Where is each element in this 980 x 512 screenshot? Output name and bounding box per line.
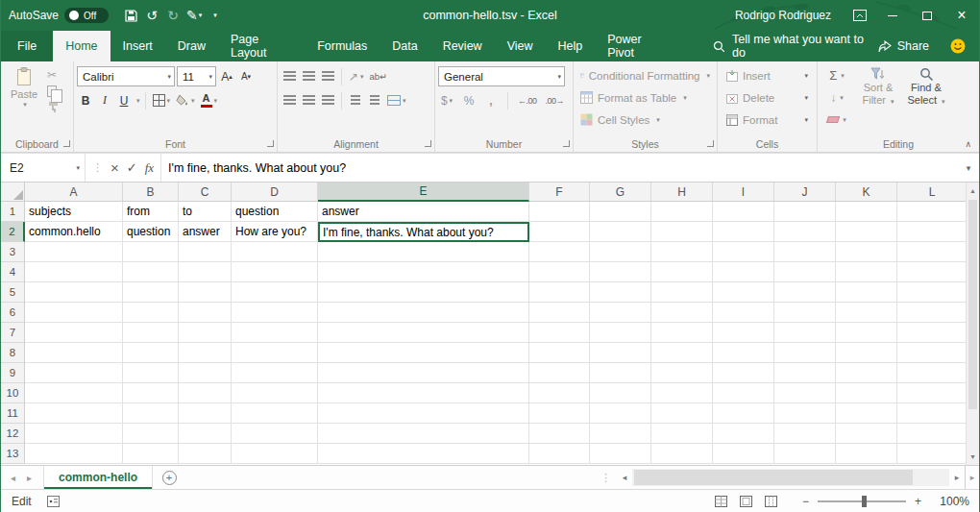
- tab-data[interactable]: Data: [380, 31, 429, 61]
- cell-B12[interactable]: [123, 424, 179, 444]
- row-header-13[interactable]: 13: [1, 444, 25, 464]
- column-header-F[interactable]: F: [529, 183, 590, 202]
- fill-color-button[interactable]: ▾: [174, 91, 197, 110]
- clipboard-dialog-launcher[interactable]: [63, 140, 70, 147]
- row-header-8[interactable]: 8: [1, 343, 25, 363]
- cell-C5[interactable]: [179, 282, 232, 303]
- delete-cells-button[interactable]: Delete ▾: [721, 86, 814, 109]
- cell-K5[interactable]: [836, 282, 897, 303]
- cell-F10[interactable]: [529, 383, 590, 403]
- cell-G5[interactable]: [590, 282, 651, 303]
- cell-I3[interactable]: [713, 242, 774, 262]
- cell-F4[interactable]: [529, 262, 590, 282]
- cell-I4[interactable]: [713, 262, 774, 282]
- row-header-5[interactable]: 5: [1, 282, 25, 303]
- cell-H3[interactable]: [651, 242, 713, 262]
- number-dialog-launcher[interactable]: [563, 140, 570, 147]
- cell-B11[interactable]: [123, 403, 179, 424]
- align-center-button[interactable]: [300, 91, 317, 110]
- cell-L13[interactable]: [897, 444, 966, 464]
- formula-input[interactable]: I'm fine, thanks. What about you?: [161, 154, 958, 182]
- cell-J12[interactable]: [774, 424, 836, 444]
- column-header-K[interactable]: K: [836, 183, 897, 202]
- cell-J9[interactable]: [774, 363, 836, 383]
- tab-formulas[interactable]: Formulas: [305, 31, 380, 61]
- cell-B3[interactable]: [123, 242, 179, 262]
- cell-C3[interactable]: [179, 242, 232, 262]
- cell-D7[interactable]: [232, 323, 318, 343]
- conditional-formatting-button[interactable]: Conditional Formatting ▾: [576, 64, 714, 86]
- cell-F1[interactable]: [529, 202, 590, 222]
- cell-A12[interactable]: [25, 424, 123, 444]
- decrease-decimal-button[interactable]: .00→: [544, 91, 567, 110]
- cell-B7[interactable]: [123, 323, 179, 343]
- close-button[interactable]: ×: [944, 0, 979, 31]
- previous-sheet-button[interactable]: ◂: [11, 473, 15, 483]
- cell-H7[interactable]: [651, 323, 713, 343]
- cell-A9[interactable]: [25, 363, 123, 383]
- decrease-font-size-button[interactable]: A▾: [237, 67, 255, 86]
- cell-L6[interactable]: [897, 303, 966, 323]
- cell-K9[interactable]: [836, 363, 897, 383]
- insert-function-button[interactable]: fx: [145, 160, 154, 176]
- accounting-format-button[interactable]: $▾: [438, 91, 455, 110]
- row-header-7[interactable]: 7: [1, 323, 25, 343]
- row-header-3[interactable]: 3: [1, 242, 25, 262]
- cell-E6[interactable]: [318, 303, 529, 323]
- tab-draw[interactable]: Draw: [165, 31, 218, 61]
- cell-B8[interactable]: [123, 343, 179, 363]
- align-top-button[interactable]: [281, 67, 298, 86]
- styles-dialog-launcher[interactable]: [707, 140, 714, 147]
- cell-J5[interactable]: [774, 282, 836, 303]
- cell-B10[interactable]: [123, 383, 179, 403]
- cell-A8[interactable]: [25, 343, 123, 363]
- tab-review[interactable]: Review: [430, 31, 495, 61]
- cell-K13[interactable]: [836, 444, 897, 464]
- cell-L8[interactable]: [897, 343, 966, 363]
- clear-button[interactable]: ▾: [821, 109, 853, 131]
- find-select-button[interactable]: Find & Select ▾: [903, 64, 949, 136]
- row-header-10[interactable]: 10: [1, 383, 25, 403]
- cell-E3[interactable]: [318, 242, 529, 262]
- new-sheet-button[interactable]: +: [153, 466, 185, 489]
- cell-I5[interactable]: [713, 282, 774, 303]
- cell-K7[interactable]: [836, 323, 897, 343]
- touch-mouse-mode-button[interactable]: ✎ ▾: [184, 4, 205, 27]
- cell-G8[interactable]: [590, 343, 651, 363]
- cell-D6[interactable]: [232, 303, 318, 323]
- cell-E5[interactable]: [318, 282, 529, 303]
- tell-me-search[interactable]: Tell me what you want to do: [713, 31, 877, 61]
- fill-button[interactable]: ↓▾: [821, 86, 853, 109]
- font-size-combo[interactable]: 11 ▾: [177, 66, 216, 86]
- cell-A10[interactable]: [25, 383, 123, 403]
- horizontal-scroll-track[interactable]: [632, 469, 949, 486]
- font-color-button[interactable]: A▾: [199, 91, 220, 110]
- tab-file[interactable]: File: [1, 31, 53, 61]
- insert-cells-button[interactable]: Insert ▾: [721, 64, 814, 86]
- cell-E7[interactable]: [318, 323, 529, 343]
- merge-center-button[interactable]: ▾: [385, 91, 408, 110]
- cell-E2[interactable]: I'm fine, thanks. What about you?: [318, 222, 529, 242]
- cell-I10[interactable]: [713, 383, 774, 403]
- cell-A11[interactable]: [25, 403, 123, 424]
- cell-L1[interactable]: [897, 202, 966, 222]
- paste-button[interactable]: Paste ▾: [4, 64, 44, 136]
- cell-F9[interactable]: [529, 363, 590, 383]
- autosave-toggle[interactable]: AutoSave Off: [9, 8, 109, 23]
- cell-J7[interactable]: [774, 323, 836, 343]
- collapse-ribbon-button[interactable]: ∧: [965, 139, 971, 149]
- feedback-button[interactable]: [950, 31, 966, 61]
- confirm-entry-button[interactable]: ✓: [127, 160, 137, 175]
- cell-D10[interactable]: [232, 383, 318, 403]
- cell-K6[interactable]: [836, 303, 897, 323]
- cell-J1[interactable]: [774, 202, 836, 222]
- copy-button[interactable]: [47, 85, 57, 97]
- cell-J2[interactable]: [774, 222, 836, 242]
- tab-insert[interactable]: Insert: [110, 31, 165, 61]
- cell-B2[interactable]: question: [123, 222, 179, 242]
- cell-H12[interactable]: [651, 424, 713, 444]
- cell-G6[interactable]: [590, 303, 651, 323]
- page-break-view-button[interactable]: [762, 493, 781, 510]
- cell-D12[interactable]: [232, 424, 318, 444]
- cell-J3[interactable]: [774, 242, 836, 262]
